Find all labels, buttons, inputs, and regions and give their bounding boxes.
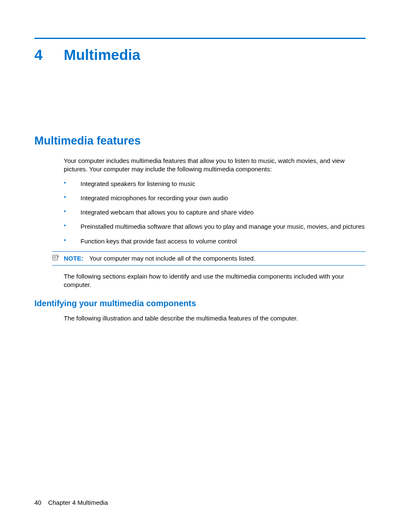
section-intro: Your computer includes multimedia featur… xyxy=(64,157,366,174)
footer-page-number: 40 xyxy=(34,499,42,506)
list-item: Preinstalled multimedia software that al… xyxy=(64,222,366,231)
subsection-text: The following illustration and table des… xyxy=(64,314,366,323)
note-label: NOTE: xyxy=(64,255,83,262)
note-text: Your computer may not include all of the… xyxy=(89,255,255,262)
section-after-note: The following sections explain how to id… xyxy=(64,272,366,289)
chapter-number: 4 xyxy=(34,46,64,63)
footer-label: Chapter 4 Multimedia xyxy=(48,499,108,506)
chapter-heading: 4 Multimedia xyxy=(34,46,366,63)
page-content: 4 Multimedia Multimedia features Your co… xyxy=(0,0,400,323)
list-item: Integrated microphones for recording you… xyxy=(64,194,366,202)
top-rule xyxy=(34,38,366,39)
note-icon xyxy=(52,254,64,262)
list-item: Function keys that provide fast access t… xyxy=(64,237,366,245)
list-item: Integrated speakers for listening to mus… xyxy=(64,180,366,188)
chapter-title: Multimedia xyxy=(64,46,140,63)
section-heading: Multimedia features xyxy=(34,134,366,147)
note-content: NOTE:Your computer may not include all o… xyxy=(64,254,255,263)
page-footer: 40Chapter 4 Multimedia xyxy=(34,499,108,506)
bullet-list: Integrated speakers for listening to mus… xyxy=(64,180,366,245)
subsection-heading: Identifying your multimedia components xyxy=(34,299,366,308)
list-item: Integrated webcam that allows you to cap… xyxy=(64,208,366,217)
note-box: NOTE:Your computer may not include all o… xyxy=(52,251,366,266)
